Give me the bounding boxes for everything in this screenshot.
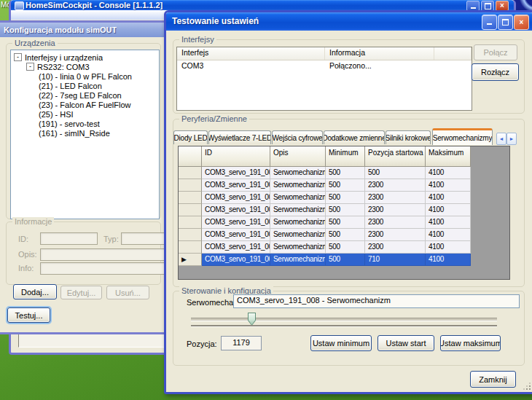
interfaces-listview[interactable]: InterfejsInformacja COM3Połączono... — [176, 47, 472, 111]
grid-body[interactable]: COM3_servo_191_001Serwomechanizm50050041… — [179, 167, 509, 266]
grid-cell[interactable]: COM3_servo_191_006 — [202, 229, 270, 241]
slider-track[interactable] — [191, 318, 497, 321]
grid-cell[interactable]: COM3_servo_191_008 — [202, 254, 270, 266]
grid-cell[interactable]: 4100 — [426, 192, 471, 204]
grid-cell[interactable]: 4100 — [426, 229, 471, 241]
grid-row[interactable]: COM3_servo_191_006Serwomechanizm50023004… — [179, 229, 509, 241]
grid-cell[interactable]: 4100 — [426, 254, 471, 266]
grid-column-header[interactable]: Maksimum — [426, 146, 471, 167]
grid-cell[interactable]: COM3_servo_191_002 — [202, 179, 270, 192]
console-minimize-button[interactable] — [466, 1, 480, 11]
grid-cell[interactable]: 500 — [326, 167, 365, 179]
row-header-cell[interactable] — [179, 204, 202, 216]
id-input[interactable] — [40, 232, 98, 245]
grid-cell[interactable]: COM3_servo_191_005 — [202, 216, 270, 229]
grid-cell[interactable]: 4100 — [426, 216, 471, 229]
grid-row[interactable]: COM3_servo_191_004Serwomechanizm50023004… — [179, 204, 509, 216]
grid-cell[interactable]: 2300 — [365, 204, 426, 216]
tree-item[interactable]: (191) - servo-test — [11, 119, 159, 128]
grid-cell[interactable]: Serwomechanizm — [270, 229, 326, 241]
row-header-cell[interactable] — [179, 229, 202, 241]
grid-cell[interactable]: Serwomechanizm — [270, 204, 326, 216]
set-start-button[interactable]: Ustaw start — [378, 335, 434, 351]
grid-cell[interactable]: 4100 — [426, 179, 471, 192]
grid-cell[interactable]: Serwomechanizm — [270, 241, 326, 254]
grid-cell[interactable]: Serwomechanizm — [270, 167, 326, 179]
grid-cell[interactable]: Serwomechanizm — [270, 216, 326, 229]
grid-cell[interactable]: 500 — [326, 216, 365, 229]
device-tree[interactable]: -Interfejsy i urządzenia-RS232: COM3(10)… — [10, 50, 160, 219]
connect-button[interactable]: Połącz — [474, 44, 517, 60]
row-header-cell[interactable] — [179, 167, 202, 179]
tab-scroll-prev-button[interactable]: ◄ — [496, 133, 506, 145]
typ-input[interactable] — [121, 232, 168, 245]
tab-serwomechanizmy[interactable]: Serwomechanizmy — [432, 128, 493, 145]
tree-collapse-icon[interactable]: - — [14, 53, 22, 61]
tree-item[interactable]: (161) - simIN_Rside — [11, 128, 159, 138]
resize-grip[interactable] — [522, 381, 531, 391]
tree-item[interactable]: (21) - LED Falcon — [11, 81, 159, 90]
opis-input[interactable] — [40, 248, 168, 261]
tab-diody-led[interactable]: Diody LED — [173, 130, 208, 144]
add-button[interactable]: Dodaj... — [13, 284, 57, 299]
grid-cell[interactable]: 4100 — [426, 204, 471, 216]
row-header-cell[interactable] — [179, 192, 202, 204]
grid-cell[interactable]: 500 — [365, 167, 426, 179]
grid-cell[interactable]: 500 — [326, 229, 365, 241]
tree-item[interactable]: (23) - Falcon AF FuelFlow — [11, 100, 159, 109]
dialog-maximize-button[interactable] — [498, 15, 513, 30]
grid-row[interactable]: COM3_servo_191_001Serwomechanizm50050041… — [179, 167, 509, 179]
grid-cell[interactable]: 2300 — [365, 216, 426, 229]
servo-select[interactable]: COM3_servo_191_008 - Serwomechanizm — [233, 294, 520, 308]
tree-item[interactable]: (25) - HSI — [11, 109, 159, 119]
test-button[interactable]: Testuj... — [7, 307, 50, 323]
tab-wy-wietlacze-7-led[interactable]: Wyświetlacze 7-LED — [208, 130, 271, 144]
console-maximize-button[interactable] — [481, 1, 494, 11]
list-column-header[interactable]: Informacja — [325, 47, 434, 60]
grid-cell[interactable]: 2300 — [365, 241, 426, 254]
interfaces-list-row[interactable]: COM3Połączono... — [177, 60, 472, 71]
grid-cell[interactable]: 500 — [326, 179, 365, 192]
grid-cell[interactable]: 2300 — [365, 179, 426, 192]
grid-cell[interactable]: 2300 — [365, 229, 426, 241]
list-column-header[interactable]: Interfejs — [177, 47, 325, 60]
set-maximum-button[interactable]: Ustaw maksimum — [440, 335, 501, 351]
grid-cell[interactable]: Serwomechanizm — [270, 192, 326, 204]
tree-collapse-icon[interactable]: - — [26, 63, 34, 71]
grid-row[interactable]: COM3_servo_191_005Serwomechanizm50023004… — [179, 216, 509, 229]
grid-cell[interactable]: 500 — [326, 204, 365, 216]
tab-wej-cia-cyfrowe[interactable]: Wejścia cyfrowe — [272, 130, 323, 144]
row-header-cell[interactable] — [179, 241, 202, 254]
grid-row[interactable]: COM3_servo_191_007Serwomechanizm50023004… — [179, 241, 509, 254]
close-dialog-button[interactable]: Zamknij — [470, 371, 516, 388]
disconnect-button[interactable]: Rozłącz — [472, 63, 519, 81]
tab-dodatkowe-zmienne[interactable]: Dodatkowe zmienne — [324, 130, 385, 144]
tree-item[interactable]: -RS232: COM3 — [11, 62, 159, 71]
list-column-header[interactable] — [434, 47, 472, 60]
tab-silniki-krokowe[interactable]: Silniki krokowe — [386, 130, 431, 144]
position-field[interactable]: 1179 — [221, 336, 262, 350]
grid-row[interactable]: ▶COM3_servo_191_008Serwomechanizm5007104… — [179, 254, 509, 266]
tree-item[interactable]: (10) - linia 0 w PFL Falcon — [11, 71, 159, 81]
grid-cell[interactable]: COM3_servo_191_004 — [202, 204, 270, 216]
console-titlebar[interactable]: HomeSimCockpit - Console [1.1.1.2] × — [11, 0, 514, 10]
row-header-cell[interactable] — [179, 179, 202, 192]
info-input[interactable] — [40, 262, 168, 275]
tree-item[interactable]: (22) - 7seg LED Falcon — [11, 90, 159, 100]
grid-cell[interactable]: 500 — [326, 192, 365, 204]
grid-column-header[interactable]: Minimum — [326, 146, 365, 167]
grid-column-header[interactable]: ID — [202, 146, 270, 167]
row-header-cell[interactable] — [179, 216, 202, 229]
grid-column-header[interactable]: Opis — [270, 146, 326, 167]
grid-column-header[interactable] — [179, 146, 202, 167]
grid-row[interactable]: COM3_servo_191_002Serwomechanizm50023004… — [179, 179, 509, 192]
dialog-titlebar[interactable]: Testowanie ustawień × — [166, 12, 532, 31]
console-close-button[interactable]: × — [496, 1, 509, 11]
grid-cell[interactable]: 500 — [326, 241, 365, 254]
dialog-close-button[interactable]: × — [514, 15, 529, 30]
grid-cell[interactable]: 710 — [365, 254, 426, 266]
set-minimum-button[interactable]: Ustaw minimum — [310, 335, 372, 351]
dialog-minimize-button[interactable] — [482, 15, 497, 30]
grid-cell[interactable]: 2300 — [365, 192, 426, 204]
tree-item[interactable]: -Interfejsy i urządzenia — [11, 52, 159, 62]
